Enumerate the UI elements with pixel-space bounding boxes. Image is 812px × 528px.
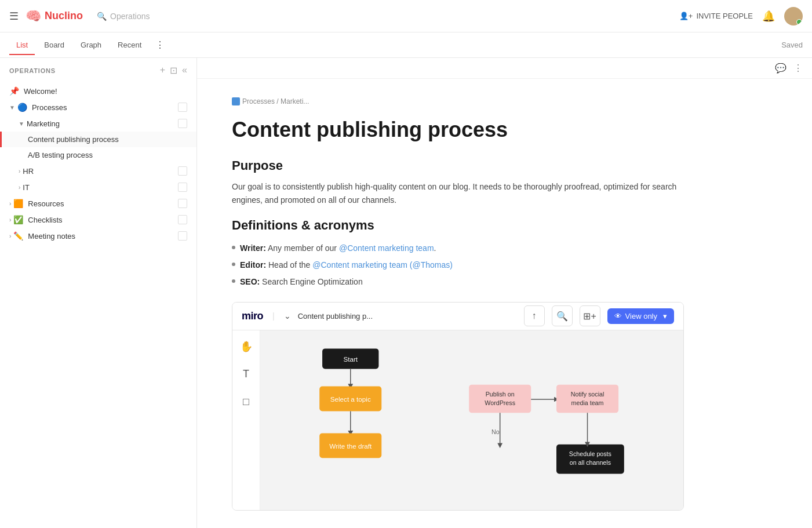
sidebar-checkbox[interactable] — [178, 119, 187, 128]
sidebar-item-ab-testing[interactable]: A/B testing process — [0, 147, 196, 163]
svg-text:No: No — [491, 428, 500, 435]
sidebar-checkbox[interactable] — [178, 103, 187, 112]
sidebar-checkbox[interactable] — [178, 199, 187, 208]
miro-tools: ✋ T □ — [232, 330, 260, 510]
sidebar-item-label: Processes — [32, 103, 178, 112]
sidebar-checkbox[interactable] — [178, 166, 187, 176]
miro-search-icon[interactable]: 🔍 — [552, 305, 573, 326]
content-area: 💬 ⋮ Processes / Marketi... Content publi… — [197, 58, 812, 528]
notifications-icon[interactable]: 🔔 — [762, 10, 775, 23]
expand-arrow-icon: ▼ — [19, 121, 24, 127]
tab-graph[interactable]: Graph — [74, 36, 108, 55]
svg-rect-13 — [556, 385, 618, 413]
list-item-editor: Editor: Head of the @Content marketing t… — [232, 257, 684, 274]
sidebar-item-welcome[interactable]: 📌 Welcome! — [0, 83, 196, 99]
tab-more-icon[interactable]: ⋮ — [151, 35, 169, 55]
miro-grid-icon[interactable]: ⊞+ — [580, 305, 600, 326]
invite-people-button[interactable]: 👤+ INVITE PEOPLE — [679, 12, 753, 20]
thomas-link[interactable]: (@Thomas) — [410, 260, 453, 270]
saved-label: Saved — [781, 41, 803, 49]
sidebar-header: OPERATIONS + ⊡ « — [0, 58, 196, 83]
menu-icon[interactable]: ☰ — [9, 10, 19, 23]
tabbar: List Board Graph Recent ⋮ Saved — [0, 32, 812, 58]
miro-upload-icon[interactable]: ↑ — [524, 305, 545, 326]
logo[interactable]: 🧠 Nuclino — [26, 9, 83, 24]
search-bar[interactable]: 🔍 Operations — [97, 12, 150, 21]
more-options-icon[interactable]: ⋮ — [793, 63, 803, 74]
invite-icon: 👤+ — [679, 12, 693, 20]
sidebar-item-resources[interactable]: › 🟧 Resources — [0, 195, 196, 212]
svg-rect-18 — [556, 445, 624, 474]
seo-label: SEO: — [240, 277, 260, 286]
text-tool[interactable]: T — [237, 365, 256, 384]
bullet-dot — [232, 263, 235, 266]
sidebar-item-hr[interactable]: › HR — [0, 163, 196, 179]
sidebar-expand-icon[interactable]: ⊡ — [170, 65, 177, 76]
purpose-heading: Purpose — [232, 158, 684, 173]
comment-icon[interactable]: 💬 — [775, 63, 786, 74]
sidebar-item-label: Meeting notes — [28, 232, 178, 241]
sidebar-item-processes[interactable]: ▼ 🔵 Processes — [0, 99, 196, 115]
svg-rect-6 — [319, 433, 381, 458]
editor-label: Editor: — [240, 260, 266, 270]
writer-label: Writer: — [240, 243, 266, 253]
svg-text:Select a topic: Select a topic — [330, 395, 371, 403]
tab-list[interactable]: List — [9, 36, 35, 55]
svg-rect-9 — [469, 385, 531, 413]
tab-recent[interactable]: Recent — [111, 36, 148, 55]
sidebar-checkbox[interactable] — [178, 215, 187, 224]
sidebar-item-marketing[interactable]: ▼ Marketing — [0, 115, 196, 132]
breadcrumb: Processes / Marketi... — [232, 97, 684, 105]
sidebar: OPERATIONS + ⊡ « 📌 Welcome! ▼ 🔵 Processe… — [0, 58, 197, 528]
sidebar-item-label: Marketing — [27, 119, 178, 128]
miro-doc-name[interactable]: Content publishing p... — [298, 312, 517, 321]
pin-icon: 📌 — [9, 86, 19, 96]
miro-canvas: ✋ T □ Start — [232, 330, 683, 510]
sidebar-item-label: HR — [23, 167, 178, 176]
sticky-tool[interactable]: □ — [237, 393, 256, 412]
page-title: Content publishing process — [232, 117, 684, 142]
search-placeholder: Operations — [110, 12, 150, 21]
miro-embed: miro | ⌄ Content publishing p... ↑ 🔍 ⊞+ … — [232, 302, 684, 511]
view-only-label: View only — [625, 312, 657, 321]
expand-arrow-icon: › — [9, 233, 11, 239]
sidebar-item-meeting-notes[interactable]: › ✏️ Meeting notes — [0, 228, 196, 244]
flow-svg: Start Select a topic Write the draft — [260, 330, 683, 510]
hand-tool[interactable]: ✋ — [237, 337, 256, 356]
list-item-seo: SEO: Search Engine Optimization — [232, 274, 684, 290]
checklists-icon: ✅ — [13, 215, 23, 224]
sidebar-checkbox[interactable] — [178, 231, 187, 241]
tab-board[interactable]: Board — [37, 36, 71, 55]
miro-view-only-button[interactable]: 👁 View only ▾ — [607, 308, 674, 324]
sidebar-item-content-publishing[interactable]: Content publishing process — [0, 132, 196, 147]
avatar[interactable] — [784, 7, 803, 26]
expand-arrow-icon: › — [9, 201, 11, 207]
sidebar-item-label: Checklists — [28, 216, 178, 224]
expand-arrow-icon: › — [19, 184, 20, 191]
content-team-link-2[interactable]: @Content marketing team — [312, 260, 407, 270]
sidebar-item-checklists[interactable]: › ✅ Checklists — [0, 212, 196, 228]
main-layout: OPERATIONS + ⊡ « 📌 Welcome! ▼ 🔵 Processe… — [0, 58, 812, 528]
purpose-text: Our goal is to consistently publish high… — [232, 180, 684, 206]
expand-arrow-icon: › — [19, 168, 20, 174]
breadcrumb-icon — [232, 97, 240, 105]
svg-rect-3 — [319, 387, 381, 412]
sidebar-checkbox[interactable] — [178, 183, 187, 192]
definitions-heading: Definitions & acronyms — [232, 218, 684, 233]
sidebar-content: 📌 Welcome! ▼ 🔵 Processes ▼ Marketing Con… — [0, 83, 196, 528]
topbar: ☰ 🧠 Nuclino 🔍 Operations 👤+ INVITE PEOPL… — [0, 0, 812, 32]
content-team-link-1[interactable]: @Content marketing team — [339, 243, 434, 253]
svg-text:Notify social: Notify social — [571, 391, 605, 398]
sidebar-item-label: A/B testing process — [28, 151, 187, 159]
invite-label: INVITE PEOPLE — [696, 12, 753, 20]
sidebar-add-icon[interactable]: + — [160, 65, 165, 76]
breadcrumb-text[interactable]: Processes / Marketi... — [242, 97, 309, 105]
sidebar-item-label: Content publishing process — [28, 135, 187, 144]
sidebar-item-label: Resources — [28, 199, 178, 208]
flow-diagram: Start Select a topic Write the draft — [260, 330, 683, 510]
svg-text:media team: media team — [571, 399, 604, 406]
sidebar-item-it[interactable]: › IT — [0, 179, 196, 195]
doc-toolbar: 💬 ⋮ — [197, 58, 812, 79]
miro-chevron-icon[interactable]: ⌄ — [284, 311, 291, 321]
sidebar-collapse-icon[interactable]: « — [182, 65, 187, 76]
